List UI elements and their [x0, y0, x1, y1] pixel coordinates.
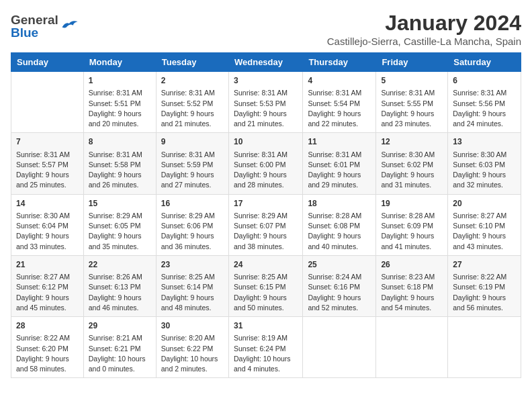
day-number: 4: [308, 75, 371, 87]
calendar-cell: 6Sunrise: 8:31 AM Sunset: 5:56 PM Daylig…: [448, 72, 521, 133]
calendar-cell: 12Sunrise: 8:30 AM Sunset: 6:02 PM Dayli…: [376, 133, 448, 194]
day-info: Sunrise: 8:31 AM Sunset: 6:00 PM Dayligh…: [234, 150, 298, 191]
logo-blue-text: Blue: [11, 26, 58, 39]
calendar-cell: 27Sunrise: 8:22 AM Sunset: 6:19 PM Dayli…: [448, 255, 521, 316]
calendar-cell: 17Sunrise: 8:29 AM Sunset: 6:07 PM Dayli…: [228, 194, 302, 255]
day-number: 14: [16, 198, 79, 210]
day-info: Sunrise: 8:28 AM Sunset: 6:09 PM Dayligh…: [381, 211, 443, 252]
day-info: Sunrise: 8:30 AM Sunset: 6:03 PM Dayligh…: [453, 150, 516, 191]
day-number: 26: [381, 259, 443, 271]
day-info: Sunrise: 8:29 AM Sunset: 6:07 PM Dayligh…: [234, 211, 298, 252]
day-number: 11: [308, 136, 371, 148]
calendar-cell: 9Sunrise: 8:31 AM Sunset: 5:59 PM Daylig…: [156, 133, 228, 194]
day-number: 13: [453, 136, 516, 148]
day-number: 1: [89, 75, 151, 87]
day-number: 30: [161, 320, 224, 332]
calendar-cell: 18Sunrise: 8:28 AM Sunset: 6:08 PM Dayli…: [303, 194, 376, 255]
calendar-week-row: 14Sunrise: 8:30 AM Sunset: 6:04 PM Dayli…: [11, 194, 521, 255]
day-info: Sunrise: 8:31 AM Sunset: 5:58 PM Dayligh…: [89, 150, 151, 191]
header-friday: Friday: [376, 53, 448, 72]
calendar-cell: 30Sunrise: 8:20 AM Sunset: 6:22 PM Dayli…: [156, 317, 228, 378]
day-number: 2: [161, 75, 224, 87]
calendar-cell: 13Sunrise: 8:30 AM Sunset: 6:03 PM Dayli…: [448, 133, 521, 194]
calendar-cell: 8Sunrise: 8:31 AM Sunset: 5:58 PM Daylig…: [83, 133, 156, 194]
day-info: Sunrise: 8:29 AM Sunset: 6:06 PM Dayligh…: [161, 211, 224, 252]
day-info: Sunrise: 8:31 AM Sunset: 5:53 PM Dayligh…: [234, 88, 298, 129]
calendar-cell: 22Sunrise: 8:26 AM Sunset: 6:13 PM Dayli…: [83, 255, 156, 316]
calendar-cell: 24Sunrise: 8:25 AM Sunset: 6:15 PM Dayli…: [228, 255, 302, 316]
day-number: 9: [161, 136, 224, 148]
day-info: Sunrise: 8:21 AM Sunset: 6:21 PM Dayligh…: [89, 333, 151, 374]
calendar-week-row: 1Sunrise: 8:31 AM Sunset: 5:51 PM Daylig…: [11, 72, 521, 133]
header-saturday: Saturday: [448, 53, 521, 72]
day-info: Sunrise: 8:25 AM Sunset: 6:15 PM Dayligh…: [234, 272, 298, 313]
calendar-cell: 23Sunrise: 8:25 AM Sunset: 6:14 PM Dayli…: [156, 255, 228, 316]
calendar-cell: 26Sunrise: 8:23 AM Sunset: 6:18 PM Dayli…: [376, 255, 448, 316]
day-info: Sunrise: 8:31 AM Sunset: 5:54 PM Dayligh…: [308, 88, 371, 129]
calendar-week-row: 28Sunrise: 8:22 AM Sunset: 6:20 PM Dayli…: [11, 317, 521, 378]
day-number: 18: [308, 198, 371, 210]
calendar-cell: 1Sunrise: 8:31 AM Sunset: 5:51 PM Daylig…: [83, 72, 156, 133]
day-info: Sunrise: 8:27 AM Sunset: 6:10 PM Dayligh…: [453, 211, 516, 252]
calendar-week-row: 7Sunrise: 8:31 AM Sunset: 5:57 PM Daylig…: [11, 133, 521, 194]
calendar-cell: [11, 72, 84, 133]
page-header: General Blue January 2024 Castillejo-Sie…: [11, 11, 521, 47]
day-info: Sunrise: 8:20 AM Sunset: 6:22 PM Dayligh…: [161, 333, 224, 374]
day-info: Sunrise: 8:25 AM Sunset: 6:14 PM Dayligh…: [161, 272, 224, 313]
header-monday: Monday: [83, 53, 156, 72]
header-sunday: Sunday: [11, 53, 84, 72]
day-number: 29: [89, 320, 151, 332]
calendar-cell: 29Sunrise: 8:21 AM Sunset: 6:21 PM Dayli…: [83, 317, 156, 378]
day-number: 17: [234, 198, 298, 210]
calendar-cell: 20Sunrise: 8:27 AM Sunset: 6:10 PM Dayli…: [448, 194, 521, 255]
day-info: Sunrise: 8:31 AM Sunset: 5:57 PM Dayligh…: [16, 150, 79, 191]
calendar-cell: 16Sunrise: 8:29 AM Sunset: 6:06 PM Dayli…: [156, 194, 228, 255]
day-info: Sunrise: 8:26 AM Sunset: 6:13 PM Dayligh…: [89, 272, 151, 313]
day-info: Sunrise: 8:22 AM Sunset: 6:20 PM Dayligh…: [16, 333, 79, 374]
day-info: Sunrise: 8:31 AM Sunset: 5:59 PM Dayligh…: [161, 150, 224, 191]
day-number: 6: [453, 75, 516, 87]
day-number: 7: [16, 136, 79, 148]
day-number: 10: [234, 136, 298, 148]
month-title: January 2024: [327, 11, 521, 36]
day-number: 21: [16, 259, 79, 271]
day-number: 5: [381, 75, 443, 87]
calendar-cell: [376, 317, 448, 378]
day-number: 23: [161, 259, 224, 271]
calendar-cell: 25Sunrise: 8:24 AM Sunset: 6:16 PM Dayli…: [303, 255, 376, 316]
day-info: Sunrise: 8:31 AM Sunset: 5:52 PM Dayligh…: [161, 88, 224, 129]
day-info: Sunrise: 8:31 AM Sunset: 6:01 PM Dayligh…: [308, 150, 371, 191]
day-number: 28: [16, 320, 79, 332]
header-tuesday: Tuesday: [156, 53, 228, 72]
day-info: Sunrise: 8:29 AM Sunset: 6:05 PM Dayligh…: [89, 211, 151, 252]
day-number: 27: [453, 259, 516, 271]
day-info: Sunrise: 8:22 AM Sunset: 6:19 PM Dayligh…: [453, 272, 516, 313]
calendar-cell: 11Sunrise: 8:31 AM Sunset: 6:01 PM Dayli…: [303, 133, 376, 194]
calendar-cell: 31Sunrise: 8:19 AM Sunset: 6:24 PM Dayli…: [228, 317, 302, 378]
day-number: 3: [234, 75, 298, 87]
day-number: 25: [308, 259, 371, 271]
day-number: 12: [381, 136, 443, 148]
day-info: Sunrise: 8:31 AM Sunset: 5:55 PM Dayligh…: [381, 88, 443, 129]
day-number: 20: [453, 198, 516, 210]
calendar-week-row: 21Sunrise: 8:27 AM Sunset: 6:12 PM Dayli…: [11, 255, 521, 316]
calendar-table: SundayMondayTuesdayWednesdayThursdayFrid…: [11, 52, 521, 378]
location-title: Castillejo-Sierra, Castille-La Mancha, S…: [327, 36, 521, 47]
calendar-header-row: SundayMondayTuesdayWednesdayThursdayFrid…: [11, 53, 521, 72]
day-number: 15: [89, 198, 151, 210]
day-number: 24: [234, 259, 298, 271]
title-area: January 2024 Castillejo-Sierra, Castille…: [327, 11, 521, 47]
day-info: Sunrise: 8:28 AM Sunset: 6:08 PM Dayligh…: [308, 211, 371, 252]
calendar-cell: 5Sunrise: 8:31 AM Sunset: 5:55 PM Daylig…: [376, 72, 448, 133]
calendar-cell: 2Sunrise: 8:31 AM Sunset: 5:52 PM Daylig…: [156, 72, 228, 133]
calendar-cell: [303, 317, 376, 378]
day-number: 19: [381, 198, 443, 210]
calendar-cell: 10Sunrise: 8:31 AM Sunset: 6:00 PM Dayli…: [228, 133, 302, 194]
calendar-cell: 7Sunrise: 8:31 AM Sunset: 5:57 PM Daylig…: [11, 133, 84, 194]
day-info: Sunrise: 8:24 AM Sunset: 6:16 PM Dayligh…: [308, 272, 371, 313]
day-number: 31: [234, 320, 298, 332]
calendar-cell: 4Sunrise: 8:31 AM Sunset: 5:54 PM Daylig…: [303, 72, 376, 133]
calendar-cell: 3Sunrise: 8:31 AM Sunset: 5:53 PM Daylig…: [228, 72, 302, 133]
day-info: Sunrise: 8:19 AM Sunset: 6:24 PM Dayligh…: [234, 333, 298, 374]
day-info: Sunrise: 8:27 AM Sunset: 6:12 PM Dayligh…: [16, 272, 79, 313]
